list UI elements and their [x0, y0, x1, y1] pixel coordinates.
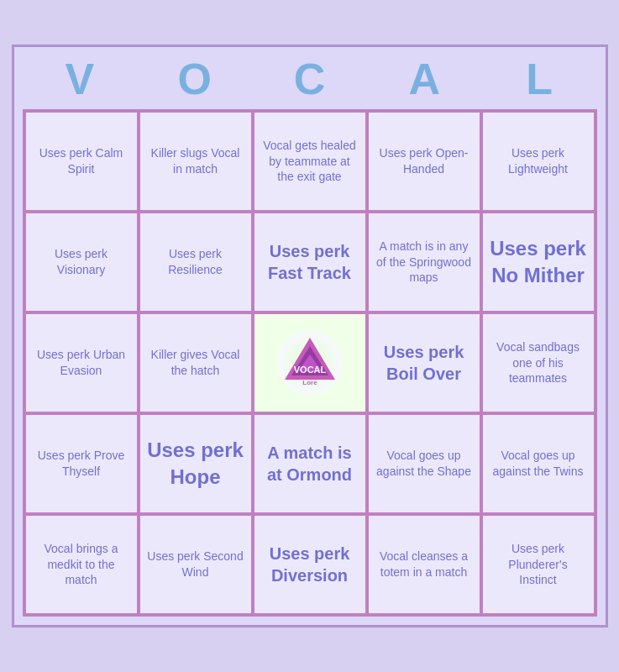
letter-a: A [370, 55, 479, 103]
cell-0-4[interactable]: Uses perk Lightweight [481, 111, 595, 212]
cell-2-0[interactable]: Uses perk Urban Evasion [24, 312, 139, 413]
letter-c: C [254, 55, 364, 103]
cell-0-2[interactable]: Vocal gets healed by teammate at the exi… [253, 111, 367, 212]
cell-1-3[interactable]: A match is in any of the Springwood maps [367, 212, 481, 312]
cell-4-2[interactable]: Uses perk Diversion [253, 514, 367, 615]
bingo-card: V O C A L Uses perk Calm Spirit Killer s… [12, 45, 608, 627]
cell-3-3[interactable]: Vocal goes up against the Shape [367, 413, 481, 514]
cell-3-1[interactable]: Uses perk Hope [139, 413, 253, 514]
bingo-header: V O C A L [23, 55, 597, 103]
letter-v: V [25, 55, 134, 103]
cell-0-0[interactable]: Uses perk Calm Spirit [24, 111, 139, 212]
cell-4-3[interactable]: Vocal cleanses a totem in a match [367, 514, 481, 615]
letter-o: O [140, 55, 249, 103]
logo-svg: VOCAL Lore [276, 329, 344, 396]
cell-2-1[interactable]: Killer gives Vocal the hatch [139, 312, 253, 413]
svg-text:VOCAL: VOCAL [293, 365, 326, 375]
cell-2-3[interactable]: Uses perk Boil Over [367, 312, 481, 413]
free-space-logo: VOCAL Lore [276, 329, 344, 396]
cell-3-4[interactable]: Vocal goes up against the Twins [481, 413, 595, 514]
cell-2-4[interactable]: Vocal sandbags one of his teammates [481, 312, 595, 413]
cell-4-0[interactable]: Vocal brings a medkit to the match [24, 514, 139, 615]
letter-l: L [485, 55, 594, 103]
cell-2-2-free[interactable]: VOCAL Lore [253, 312, 367, 413]
svg-text:Lore: Lore [302, 379, 317, 386]
cell-1-2[interactable]: Uses perk Fast Track [253, 212, 367, 312]
cell-4-1[interactable]: Uses perk Second Wind [139, 514, 253, 615]
bingo-grid: Uses perk Calm Spirit Killer slugs Vocal… [23, 109, 597, 617]
cell-1-4[interactable]: Uses perk No Mither [481, 212, 595, 312]
cell-4-4[interactable]: Uses perk Plunderer's Instinct [481, 514, 595, 615]
cell-3-2[interactable]: A match is at Ormond [253, 413, 367, 514]
cell-1-1[interactable]: Uses perk Resilience [139, 212, 253, 312]
cell-0-3[interactable]: Uses perk Open-Handed [367, 111, 481, 212]
cell-0-1[interactable]: Killer slugs Vocal in match [139, 111, 253, 212]
cell-1-0[interactable]: Uses perk Visionary [24, 212, 139, 312]
cell-3-0[interactable]: Uses perk Prove Thyself [24, 413, 139, 514]
